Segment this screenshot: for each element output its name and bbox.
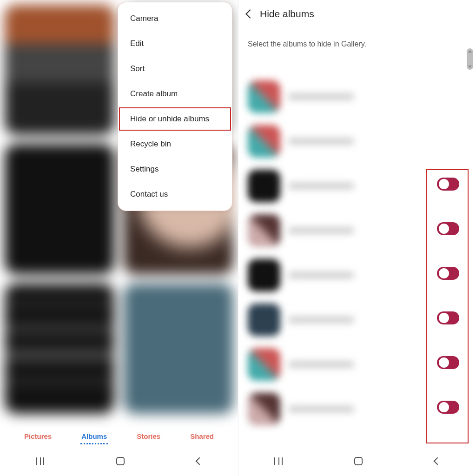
- hide-albums-pane: Hide albums Select the albums to hide in…: [238, 0, 476, 476]
- system-navbar: [0, 446, 238, 476]
- nav-recent-icon[interactable]: [274, 457, 283, 465]
- menu-camera[interactable]: Camera: [118, 6, 232, 31]
- overflow-menu: Camera Edit Sort Create album Hide or un…: [118, 2, 232, 211]
- album-thumbnail[interactable]: [124, 284, 233, 414]
- toggle-column: [427, 168, 469, 423]
- menu-settings[interactable]: Settings: [118, 157, 232, 182]
- tab-pictures[interactable]: Pictures: [23, 430, 53, 444]
- album-thumbnail[interactable]: [5, 5, 114, 135]
- album-row[interactable]: [248, 74, 467, 119]
- system-navbar: [238, 446, 476, 476]
- page-description: Select the albums to hide in Gallery.: [238, 28, 476, 53]
- bottom-tabs: Pictures Albums Stories Shared: [0, 430, 238, 444]
- tab-shared[interactable]: Shared: [189, 430, 215, 444]
- album-thumbnail[interactable]: [5, 144, 114, 274]
- hide-toggle[interactable]: [437, 267, 459, 280]
- menu-contact-us[interactable]: Contact us: [118, 182, 232, 207]
- tab-albums[interactable]: Albums: [80, 430, 108, 444]
- nav-home-icon[interactable]: [354, 457, 363, 465]
- back-chevron-icon[interactable]: [245, 9, 255, 19]
- menu-hide-unhide[interactable]: Hide or unhide albums: [118, 106, 232, 132]
- hide-toggle[interactable]: [437, 356, 459, 369]
- menu-sort[interactable]: Sort: [118, 56, 232, 81]
- menu-recycle-bin[interactable]: Recycle bin: [118, 132, 232, 157]
- nav-back-icon[interactable]: [433, 457, 441, 465]
- album-thumbnail[interactable]: [5, 284, 114, 414]
- tab-stories[interactable]: Stories: [136, 430, 161, 444]
- hide-toggle[interactable]: [437, 178, 459, 191]
- hide-toggle[interactable]: [437, 311, 459, 324]
- menu-edit[interactable]: Edit: [118, 31, 232, 56]
- menu-create-album[interactable]: Create album: [118, 81, 232, 106]
- gallery-albums-pane: Camera Edit Sort Create album Hide or un…: [0, 0, 238, 476]
- album-row[interactable]: [248, 119, 467, 164]
- hide-toggle[interactable]: [437, 222, 459, 235]
- nav-back-icon[interactable]: [195, 457, 203, 465]
- header: Hide albums: [238, 0, 476, 28]
- nav-home-icon[interactable]: [116, 457, 125, 465]
- scroll-indicator[interactable]: [467, 48, 473, 70]
- page-title: Hide albums: [260, 8, 314, 20]
- nav-recent-icon[interactable]: [36, 457, 44, 465]
- hide-toggle[interactable]: [437, 401, 459, 414]
